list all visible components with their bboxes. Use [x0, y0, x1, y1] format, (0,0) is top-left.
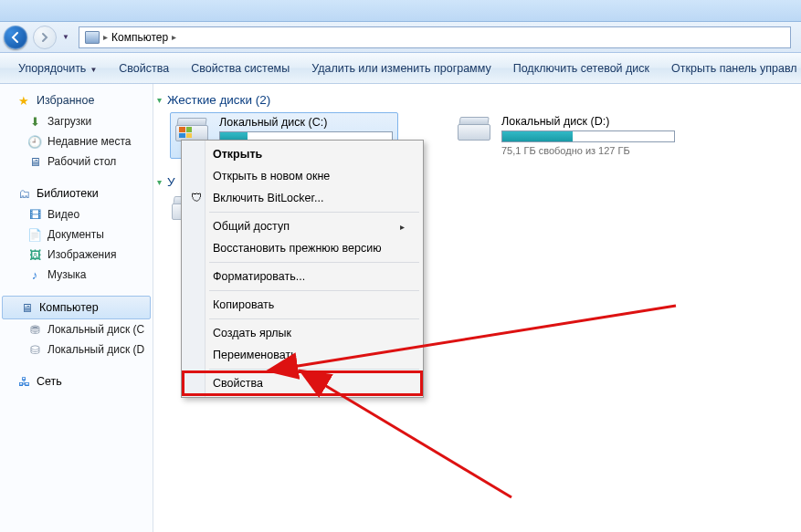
- favorites-header[interactable]: ★ Избранное: [0, 89, 153, 111]
- section-hard-drives: Жесткие диски (2): [167, 93, 270, 107]
- properties-button[interactable]: Свойства: [108, 57, 180, 80]
- documents-icon: 📄: [27, 227, 42, 242]
- window-chrome: [0, 0, 801, 22]
- drive-d[interactable]: Локальный диск (D:) 75,1 ГБ свободно из …: [453, 112, 681, 159]
- menu-item-label: Открыть: [213, 148, 262, 161]
- computer-icon: 🖥: [19, 300, 34, 315]
- network-icon: 🖧: [16, 374, 31, 389]
- menu-item[interactable]: Форматировать...: [184, 266, 421, 287]
- menu-item[interactable]: Открыть: [184, 143, 421, 165]
- drive-icon: ⛁: [27, 342, 42, 357]
- sidebar-item-downloads[interactable]: ⬇Загрузки: [0, 111, 153, 131]
- video-icon: 🎞: [27, 207, 42, 222]
- navigation-bar: ▼ ▸ Компьютер ▸: [0, 22, 801, 53]
- capacity-bar: [501, 130, 675, 142]
- sidebar-item-drive-c[interactable]: ⛃Локальный диск (C: [0, 319, 153, 339]
- system-properties-button[interactable]: Свойства системы: [180, 57, 300, 80]
- chevron-right-icon: ▸: [400, 222, 405, 232]
- breadcrumb-label: Компьютер: [111, 31, 168, 44]
- recent-icon: 🕘: [27, 134, 42, 149]
- menu-item[interactable]: Открыть в новом окне: [184, 165, 421, 187]
- download-icon: ⬇: [27, 114, 42, 129]
- sidebar-item-documents[interactable]: 📄Документы: [0, 224, 153, 245]
- sidebar-item-music[interactable]: ♪Музыка: [0, 265, 153, 285]
- sidebar-item-drive-d[interactable]: ⛁Локальный диск (D: [0, 339, 153, 360]
- music-icon: ♪: [27, 267, 42, 282]
- section-removable: У: [167, 175, 175, 189]
- menu-item[interactable]: Переименовать: [184, 344, 421, 366]
- sidebar-item-images[interactable]: 🖼Изображения: [0, 245, 153, 265]
- menu-separator: [209, 290, 419, 291]
- menu-item-label: Переименовать: [213, 349, 297, 361]
- nav-history-dropdown[interactable]: ▼: [62, 33, 73, 41]
- command-toolbar: Упорядочить▼ Свойства Свойства системы У…: [0, 53, 801, 84]
- navigation-pane: ★ Избранное ⬇Загрузки 🕘Недавние места 🖥Р…: [0, 84, 153, 532]
- arrow-left-icon: [9, 31, 22, 44]
- computer-header[interactable]: 🖥 Компьютер: [2, 296, 151, 319]
- menu-item-label: Открыть в новом окне: [213, 170, 330, 183]
- sidebar-item-videos[interactable]: 🎞Видео: [0, 204, 153, 224]
- menu-item-label: Восстановить прежнюю версию: [213, 242, 382, 255]
- menu-item[interactable]: Свойства: [184, 372, 421, 394]
- menu-item[interactable]: Копировать: [184, 294, 421, 316]
- menu-separator: [209, 262, 419, 263]
- drive-icon: ⛃: [27, 322, 42, 337]
- chevron-down-icon: ▼: [90, 66, 97, 74]
- chevron-right-icon: ▸: [172, 32, 176, 42]
- nav-forward-button[interactable]: [33, 26, 57, 49]
- menu-item-label: Форматировать...: [213, 270, 305, 283]
- capacity-info: 75,1 ГБ свободно из 127 ГБ: [501, 145, 675, 156]
- menu-item-label: Включить BitLocker...: [213, 192, 323, 204]
- sidebar-item-recent[interactable]: 🕘Недавние места: [0, 131, 153, 151]
- map-network-drive-button[interactable]: Подключить сетевой диск: [502, 57, 660, 80]
- menu-item-label: Свойства: [213, 377, 263, 390]
- images-icon: 🖼: [27, 247, 42, 262]
- menu-item-label: Общий доступ: [213, 220, 290, 233]
- network-header[interactable]: 🖧 Сеть: [0, 370, 153, 392]
- menu-separator: [209, 369, 419, 370]
- arrow-right-icon: [39, 32, 50, 43]
- organize-menu[interactable]: Упорядочить▼: [7, 57, 108, 80]
- computer-icon: [85, 31, 100, 44]
- sidebar-item-desktop[interactable]: 🖥Рабочий стол: [0, 151, 153, 172]
- menu-item-label: Копировать: [213, 298, 274, 311]
- collapse-section-icon[interactable]: ▾: [157, 177, 162, 187]
- menu-item[interactable]: Восстановить прежнюю версию: [184, 237, 421, 259]
- nav-back-button[interactable]: [4, 26, 27, 49]
- star-icon: ★: [16, 93, 31, 108]
- drive-icon: [456, 115, 494, 146]
- collapse-section-icon[interactable]: ▾: [157, 95, 162, 105]
- menu-item[interactable]: 🛡Включить BitLocker...: [184, 187, 421, 209]
- drive-label: Локальный диск (C:): [219, 116, 393, 129]
- menu-item-label: Создать ярлык: [213, 327, 291, 339]
- library-icon: 🗂: [16, 186, 31, 201]
- drive-label: Локальный диск (D:): [501, 115, 675, 128]
- open-control-panel-button[interactable]: Открыть панель управл: [660, 57, 801, 80]
- chevron-right-icon: ▸: [103, 32, 108, 42]
- breadcrumb-computer[interactable]: ▸ Компьютер ▸: [79, 27, 182, 47]
- menu-separator: [209, 212, 419, 213]
- menu-item[interactable]: Общий доступ▸: [184, 215, 421, 237]
- menu-separator: [209, 318, 419, 319]
- libraries-header[interactable]: 🗂 Библиотеки: [0, 183, 153, 204]
- context-menu: ОткрытьОткрыть в новом окне🛡Включить Bit…: [181, 140, 424, 398]
- address-bar[interactable]: ▸ Компьютер ▸: [79, 26, 791, 48]
- desktop-icon: 🖥: [27, 154, 42, 169]
- uninstall-program-button[interactable]: Удалить или изменить программу: [300, 57, 502, 80]
- menu-item[interactable]: Создать ярлык: [184, 322, 421, 344]
- shield-icon: 🛡: [189, 191, 204, 205]
